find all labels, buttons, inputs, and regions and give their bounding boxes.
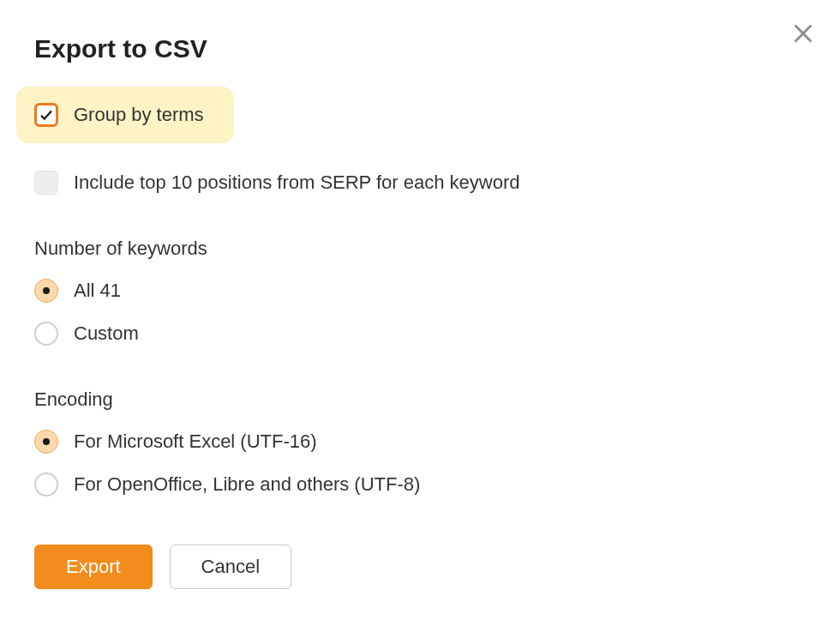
include-top10-label: Include top 10 positions from SERP for e… <box>74 172 520 194</box>
radio-row-custom-keywords: Custom <box>34 322 806 346</box>
utf8-label: For OpenOffice, Libre and others (UTF-8) <box>74 473 420 496</box>
custom-keywords-radio[interactable] <box>34 322 58 346</box>
utf16-label: For Microsoft Excel (UTF-16) <box>74 430 317 453</box>
highlight-box: Group by terms <box>16 87 234 143</box>
export-csv-dialog: Export to CSV Group by terms Include top… <box>0 0 840 623</box>
dialog-button-row: Export Cancel <box>34 545 806 589</box>
radio-row-utf8: For OpenOffice, Libre and others (UTF-8) <box>34 473 806 497</box>
keywords-section-label: Number of keywords <box>34 238 806 260</box>
group-by-terms-checkbox[interactable] <box>34 103 58 127</box>
utf8-radio[interactable] <box>34 473 58 497</box>
checkbox-row-include-top10: Include top 10 positions from SERP for e… <box>34 171 806 195</box>
include-top10-checkbox[interactable] <box>34 171 58 195</box>
cancel-button[interactable]: Cancel <box>170 545 291 589</box>
close-icon[interactable] <box>792 22 814 45</box>
utf16-radio[interactable] <box>34 430 58 454</box>
all-keywords-radio[interactable] <box>34 279 58 303</box>
export-button[interactable]: Export <box>34 545 153 589</box>
all-keywords-label: All 41 <box>74 280 121 302</box>
dialog-title: Export to CSV <box>34 34 806 63</box>
radio-row-all-keywords: All 41 <box>34 279 806 303</box>
encoding-section-label: Encoding <box>34 388 806 411</box>
checkbox-row-group-by-terms: Group by terms <box>34 103 806 152</box>
radio-row-utf16: For Microsoft Excel (UTF-16) <box>34 430 806 454</box>
custom-keywords-label: Custom <box>74 322 139 345</box>
group-by-terms-label: Group by terms <box>74 104 204 126</box>
